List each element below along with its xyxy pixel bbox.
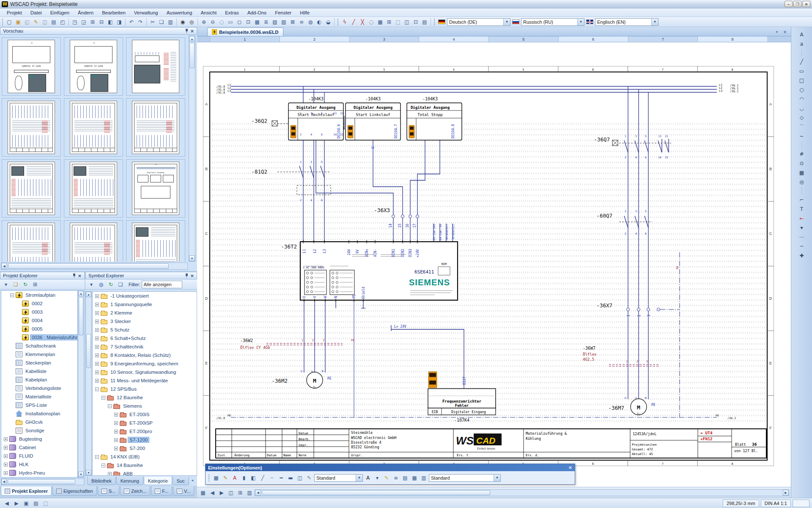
rect-tool-icon[interactable]: ▭ xyxy=(798,67,806,75)
symbol-tab-kategorie[interactable]: Kategorie xyxy=(144,477,172,485)
project-item-materialliste[interactable]: Materialliste xyxy=(1,392,77,401)
symbol-item-10-sensor-signalumwandlung[interactable]: +10 Sensor, Signalumwandlung xyxy=(93,368,197,376)
edit-style-icon[interactable]: ✎ xyxy=(305,474,313,482)
zoom-grid-icon[interactable]: ⊞ xyxy=(236,489,244,497)
project-item-klemmenplan[interactable]: Klemmenplan xyxy=(1,350,77,359)
symbol-explorer-header[interactable]: Symbol Explorer × xyxy=(85,272,197,279)
add-page-icon[interactable]: ⊞ xyxy=(88,18,97,26)
preview-thumbnail[interactable] xyxy=(64,220,123,262)
symbol-item-2-klemme[interactable]: +2 Klemme xyxy=(93,309,197,317)
tree-expander-icon[interactable]: + xyxy=(114,421,118,425)
close-icon[interactable]: × xyxy=(568,465,572,470)
tree-expander-icon[interactable]: + xyxy=(114,447,118,450)
menu-extras[interactable]: Extras xyxy=(221,9,243,16)
junction-icon[interactable]: ⊡ xyxy=(411,18,420,26)
frame-select-icon[interactable]: ⬚ xyxy=(394,18,402,26)
tree-expander-icon[interactable]: + xyxy=(95,370,99,374)
options-toolbar-window[interactable]: Einstellungen(Optionen) × ▦✎A▮◧╱┄━▬◫✎Sta… xyxy=(205,464,575,485)
zoom-out-icon[interactable]: ⊖ xyxy=(208,18,217,26)
symbol-item-et-200is[interactable]: +ET-200iS xyxy=(93,410,197,419)
close-icon[interactable]: × xyxy=(78,273,82,279)
pin-icon[interactable] xyxy=(72,273,76,278)
project-tree-hscrollbar[interactable]: ◀ xyxy=(1,478,84,485)
pen-icon[interactable]: ✎ xyxy=(221,474,230,482)
delete-icon[interactable]: ⊠ xyxy=(288,18,297,26)
preview-thumbnail[interactable] xyxy=(64,159,123,218)
filter-combo[interactable]: Alle anzeigen xyxy=(142,281,182,288)
save-status-icon[interactable]: ▣ xyxy=(22,499,30,508)
preview-thumbnail[interactable]: -XDigitaler Ausgang xyxy=(126,159,185,218)
drawing-canvas[interactable]: 1122334455667788AABBCCDDEEFF/35.8/35.8/3… xyxy=(197,42,791,508)
small-text-tool-icon[interactable]: a xyxy=(798,40,806,48)
tree-expander-icon[interactable]: + xyxy=(4,446,8,450)
symbol-item-14-baureihe[interactable]: −14 Baureihe xyxy=(93,461,197,469)
project-item-0003[interactable]: 0003 xyxy=(1,308,77,316)
zoom-selection-icon[interactable]: ⊡ xyxy=(244,18,252,26)
zoom-fit-icon[interactable]: ◻ xyxy=(235,18,244,26)
print-icon[interactable]: ▤ xyxy=(49,18,58,26)
raster-tool-icon[interactable]: ▦ xyxy=(798,168,806,177)
new-page-icon[interactable]: ▢ xyxy=(5,18,14,26)
new-page-icon[interactable]: ⊞ xyxy=(31,280,39,289)
curve-tool-icon[interactable]: ~ xyxy=(798,132,806,141)
project-item-gh3cvk[interactable]: GH3cvk xyxy=(1,418,77,426)
pin-icon[interactable] xyxy=(184,29,189,33)
tree-expander-icon[interactable]: + xyxy=(114,438,118,442)
chevron-down-icon[interactable]: ▼ xyxy=(503,19,510,25)
font-icon[interactable]: A xyxy=(364,474,372,482)
cross-tool-icon[interactable]: ✚ xyxy=(798,251,806,260)
options-icon[interactable]: ◒ xyxy=(324,18,332,26)
project-item-0002[interactable]: 0002 xyxy=(1,299,77,308)
block-style-icon[interactable]: ◫ xyxy=(296,474,304,482)
bar-style-icon[interactable]: ▬ xyxy=(286,474,295,482)
point-tool-icon[interactable]: ⊙ xyxy=(798,159,806,168)
project-item-kabelplan[interactable]: Kabelplan xyxy=(1,375,77,384)
t-node-tool-icon[interactable]: T xyxy=(798,205,806,213)
circle-tool-icon[interactable]: ○ xyxy=(798,86,806,94)
tree-expander-icon[interactable]: + xyxy=(95,353,99,357)
menu-fenster[interactable]: Fenster xyxy=(271,9,296,16)
menu-bearbeiten[interactable]: Bearbeiten xyxy=(98,9,130,16)
preview-thumbnail[interactable] xyxy=(2,159,61,218)
schematic-page[interactable]: 1122334455667788AABBCCDDEEFF/35.8/35.8/3… xyxy=(203,66,774,466)
dock-tab-eigenschaften[interactable]: Eigenschaften xyxy=(52,486,97,496)
square-tool-icon[interactable]: □ xyxy=(798,76,806,85)
title-bar[interactable]: W WSCAD Projekt: Beispielseite –❒× xyxy=(0,0,812,8)
symbol-box-icon[interactable]: ◫ xyxy=(403,18,411,26)
language-combo-en[interactable]: Englisch (EN)▼ xyxy=(595,18,658,26)
tree-expander-icon[interactable]: + xyxy=(95,294,99,298)
tree-expander-icon[interactable]: + xyxy=(95,320,99,323)
paste-icon[interactable]: ▥ xyxy=(166,18,175,26)
menu-verwaltung[interactable]: Verwaltung xyxy=(130,9,162,16)
wire-icon[interactable]: ϟ xyxy=(340,18,349,26)
grid-icon[interactable]: ▦ xyxy=(253,18,261,26)
tree-expander-icon[interactable]: + xyxy=(95,337,99,340)
project-item-hydro-pneu[interactable]: +Hydro-Pneu xyxy=(1,469,77,477)
project-item-0036-materialzuf-hrung-k[interactable]: 0036 : Materialzuführung & K xyxy=(1,333,77,342)
selection-status-icon[interactable]: ⬚ xyxy=(41,499,50,508)
grid-toggle-icon[interactable]: ▦ xyxy=(199,489,207,497)
tree-expander-icon[interactable]: − xyxy=(102,464,105,467)
refresh-icon[interactable]: ↻ xyxy=(21,280,30,289)
tab-scroll-icon[interactable]: ◂ xyxy=(189,477,195,483)
preview-panel-header[interactable]: Vorschau × xyxy=(0,27,197,35)
menu-ansicht[interactable]: Ansicht xyxy=(196,9,221,16)
text-color-icon[interactable]: A xyxy=(230,474,239,482)
arrow-drop-icon[interactable]: ▾ xyxy=(798,224,806,232)
tree-expander-icon[interactable]: + xyxy=(4,471,8,475)
maximize-button[interactable]: ❒ xyxy=(793,1,801,7)
pin-icon[interactable] xyxy=(184,273,189,278)
save-icon[interactable]: ◱ xyxy=(23,18,31,26)
corner-tool-icon[interactable]: ⌐ xyxy=(798,196,806,204)
dotted-tool-icon[interactable]: ⋯ xyxy=(798,233,806,241)
cut-icon[interactable]: ✂ xyxy=(148,18,157,26)
preview-thumbnail[interactable] xyxy=(126,37,185,96)
arc2-tool-icon[interactable]: ◡ xyxy=(798,104,806,113)
tree-expander-icon[interactable]: − xyxy=(10,293,14,297)
solid-line-tool-icon[interactable]: ─ xyxy=(798,242,806,251)
symbol-item--1-unkategorisiert[interactable]: +-1 Unkategorisiert xyxy=(93,292,197,300)
potential-icon[interactable]: ◌ xyxy=(367,18,376,26)
columns-icon[interactable]: ▥ xyxy=(420,474,428,482)
page-prev-icon[interactable]: ◀ xyxy=(208,489,217,497)
collapse-all-icon[interactable]: ▾ xyxy=(87,280,96,289)
